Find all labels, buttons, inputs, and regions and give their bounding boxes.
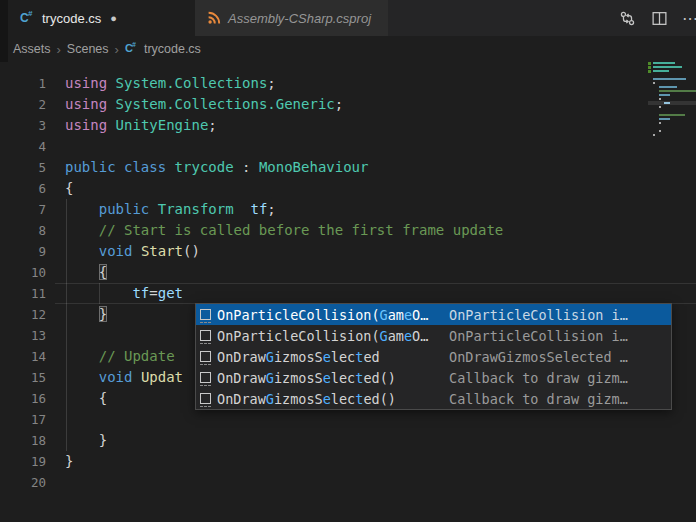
code-line-1[interactable]: 1using System.Collections; [0, 73, 696, 94]
line-number[interactable]: 8 [0, 220, 46, 241]
minimap-line [659, 114, 685, 116]
line-number[interactable]: 19 [0, 451, 46, 472]
minimap-line [653, 78, 686, 80]
line-number[interactable]: 10 [0, 262, 46, 283]
line-number[interactable]: 20 [0, 472, 46, 493]
code-text: // Update [65, 346, 175, 367]
line-number[interactable]: 11 [0, 283, 46, 304]
line-number[interactable]: 4 [0, 136, 46, 157]
code-text: using System.Collections.Generic; [65, 94, 343, 115]
matched-bracket: { [99, 264, 107, 280]
code-text: using UnityEngine; [65, 115, 217, 136]
line-number[interactable]: 14 [0, 346, 46, 367]
csharp-file-icon: C# [20, 10, 35, 26]
minimap-line [659, 98, 661, 100]
suggestion-label: OnParticleCollision(GameO… [217, 328, 449, 344]
tab-label: Assembly-CSharp.csproj [228, 11, 371, 26]
code-line-10[interactable]: 10 { [0, 262, 696, 283]
line-number[interactable]: 17 [0, 409, 46, 430]
line-number[interactable]: 18 [0, 430, 46, 451]
code-line-5[interactable]: 5public class trycode : MonoBehaviour [0, 157, 696, 178]
code-line-6[interactable]: 6{ [0, 178, 696, 199]
matched-bracket: } [99, 306, 107, 322]
chevron-right-icon: › [115, 42, 119, 57]
snippet-icon [200, 372, 211, 383]
line-number[interactable]: 1 [0, 73, 46, 94]
minimap-line [653, 62, 675, 64]
line-number[interactable]: 2 [0, 94, 46, 115]
minimap-line [653, 70, 669, 72]
suggestion-item[interactable]: OnDrawGizmosSelected()Callback to draw g… [196, 388, 671, 409]
suggestion-item[interactable]: OnParticleCollision(GameO…OnParticleColl… [196, 304, 671, 325]
code-text: using System.Collections; [65, 73, 276, 94]
minimap-line [653, 134, 655, 136]
code-text: void Start() [65, 241, 200, 262]
snippet-icon [200, 330, 211, 341]
minimap-current-line [648, 101, 696, 105]
line-number[interactable]: 15 [0, 367, 46, 388]
code-text: } [65, 304, 107, 325]
vscode-editor-window: C# trycode.cs ● Assembly-CSharp.csproj [0, 0, 696, 522]
suggestion-item[interactable]: OnDrawGizmosSelectedOnDrawGizmosSelected… [196, 346, 671, 367]
suggestion-detail: OnParticleCollision i… [449, 328, 628, 344]
minimap-line [659, 118, 670, 120]
line-number[interactable]: 3 [0, 115, 46, 136]
line-number[interactable]: 6 [0, 178, 46, 199]
code-line-3[interactable]: 3using UnityEngine; [0, 115, 696, 136]
suggestion-label: OnParticleCollision(GameO… [217, 307, 449, 323]
more-actions-icon[interactable]: ⋯ [682, 9, 696, 28]
chevron-right-icon: › [57, 42, 61, 57]
code-text: tf=get [65, 283, 183, 304]
code-line-18[interactable]: 18 } [0, 430, 696, 451]
minimap-line [659, 130, 661, 132]
split-editor-icon[interactable] [650, 9, 668, 27]
editor-actions: ⋯ [618, 0, 696, 36]
breadcrumb-item-file[interactable]: trycode.cs [144, 42, 201, 56]
code-text: } [65, 430, 107, 451]
suggestion-label: OnDrawGizmosSelected() [217, 370, 449, 386]
snippet-icon [200, 393, 211, 404]
breadcrumb-item-scenes[interactable]: Scenes [67, 42, 109, 56]
minimap-line [659, 86, 677, 88]
suggestion-item[interactable]: OnDrawGizmosSelected()Callback to draw g… [196, 367, 671, 388]
suggestion-label: OnDrawGizmosSelected [217, 349, 449, 365]
line-number[interactable]: 16 [0, 388, 46, 409]
code-line-20[interactable]: 20 [0, 472, 696, 493]
suggest-widget: OnParticleCollision(GameO…OnParticleColl… [195, 303, 672, 410]
tab-assembly-csharp-csproj[interactable]: Assembly-CSharp.csproj [195, 0, 388, 36]
suggestion-label: OnDrawGizmosSelected() [217, 391, 449, 407]
code-line-8[interactable]: 8 // Start is called before the first fr… [0, 220, 696, 241]
code-line-11[interactable]: 11 tf=get [0, 283, 696, 304]
code-text: { [65, 178, 73, 199]
line-number[interactable]: 5 [0, 157, 46, 178]
suggestion-detail: Callback to draw gizm… [449, 370, 628, 386]
minimap-line [659, 122, 661, 124]
minimap-line [659, 106, 661, 108]
minimap[interactable] [648, 62, 696, 212]
line-number[interactable]: 13 [0, 325, 46, 346]
minimap-git-added-mark [648, 70, 651, 73]
suggestion-item[interactable]: OnParticleCollision(GameO…OnParticleColl… [196, 325, 671, 346]
tab-bar: C# trycode.cs ● Assembly-CSharp.csproj [0, 0, 696, 36]
modified-dot-icon[interactable]: ● [110, 13, 117, 23]
code-text: void Updat [65, 367, 183, 388]
xml-file-icon [207, 11, 221, 25]
code-text: public class trycode : MonoBehaviour [65, 157, 368, 178]
open-changes-icon[interactable] [618, 9, 636, 27]
code-line-2[interactable]: 2using System.Collections.Generic; [0, 94, 696, 115]
suggestion-detail: OnDrawGizmosSelected … [449, 349, 628, 365]
code-line-7[interactable]: 7 public Transform tf; [0, 199, 696, 220]
csharp-file-icon: C# [125, 42, 138, 56]
code-line-9[interactable]: 9 void Start() [0, 241, 696, 262]
code-line-17[interactable]: 17 [0, 409, 696, 430]
breadcrumb-item-assets[interactable]: Assets [13, 42, 51, 56]
tab-label: trycode.cs [42, 11, 101, 26]
tab-trycode-cs[interactable]: C# trycode.cs ● [8, 0, 195, 36]
code-line-4[interactable]: 4 [0, 136, 696, 157]
code-text: { [65, 388, 107, 409]
code-editor[interactable]: 1using System.Collections;2using System.… [0, 62, 696, 522]
line-number[interactable]: 12 [0, 304, 46, 325]
line-number[interactable]: 7 [0, 199, 46, 220]
code-line-19[interactable]: 19} [0, 451, 696, 472]
line-number[interactable]: 9 [0, 241, 46, 262]
